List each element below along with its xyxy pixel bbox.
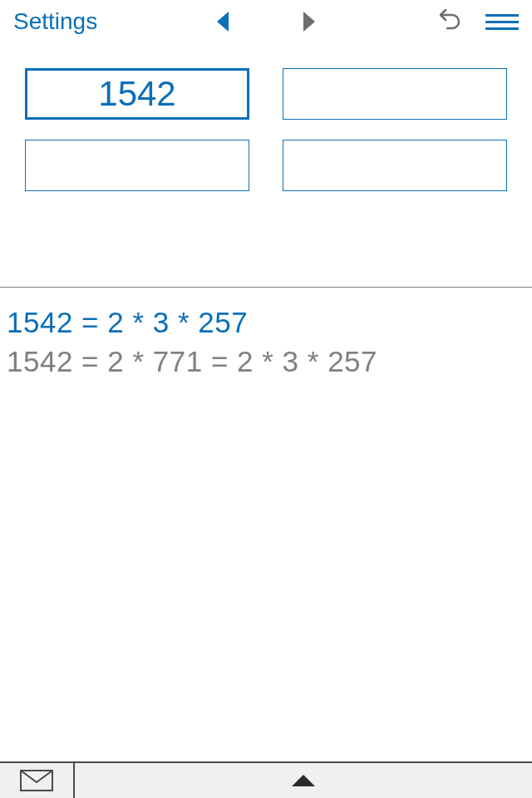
right-controls — [434, 7, 519, 37]
input-box-4[interactable] — [283, 140, 507, 191]
header: Settings — [0, 0, 532, 43]
input-grid: 1542 — [0, 43, 532, 191]
results-panel: 1542 = 2 * 3 * 257 1542 = 2 * 771 = 2 * … — [0, 287, 532, 397]
undo-icon[interactable] — [434, 7, 461, 37]
prev-icon[interactable] — [217, 12, 229, 32]
footer — [0, 761, 532, 798]
next-icon[interactable] — [303, 12, 315, 32]
input-box-3[interactable] — [25, 140, 249, 191]
menu-icon[interactable] — [485, 14, 519, 30]
mail-icon — [20, 770, 53, 791]
expand-button[interactable] — [75, 763, 532, 798]
input-box-2[interactable] — [283, 68, 507, 120]
input-box-1[interactable]: 1542 — [25, 68, 249, 120]
mail-button[interactable] — [0, 763, 75, 798]
result-secondary: 1542 = 2 * 771 = 2 * 3 * 257 — [7, 342, 525, 381]
chevron-up-icon — [292, 775, 315, 786]
settings-link[interactable]: Settings — [13, 8, 97, 35]
result-primary: 1542 = 2 * 3 * 257 — [7, 303, 525, 342]
